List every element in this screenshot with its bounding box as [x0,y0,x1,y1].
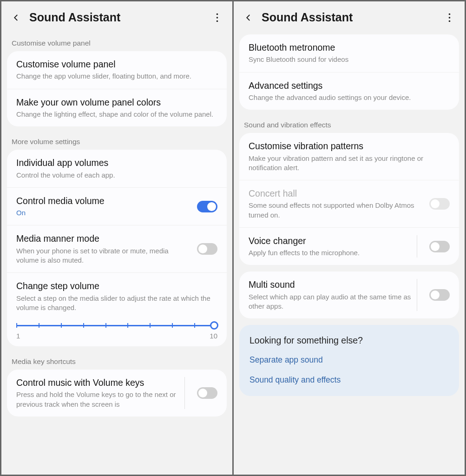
toggle-media-manner-mode[interactable] [197,243,217,255]
svg-point-2 [216,20,218,22]
row-advanced-settings[interactable]: Advanced settings Change the advanced au… [239,72,459,110]
row-title: Bluetooth metronome [249,42,450,53]
row-panel-colors[interactable]: Make your own volume panel colors Change… [7,89,227,127]
row-multi-sound[interactable]: Multi sound Select which app can play au… [239,271,459,318]
link-sound-quality-effects[interactable]: Sound quality and effects [249,375,449,385]
row-title: Change step volume [16,280,217,292]
row-title: Make your own volume panel colors [16,97,217,108]
row-voice-changer[interactable]: Voice changer Apply fun effects to the m… [239,227,459,265]
slider-min: 1 [16,332,20,340]
row-sub: Apply fun effects to the microphone. [249,248,412,258]
row-sub: Select which app can play audio at the s… [249,292,412,311]
svg-point-1 [216,17,218,19]
link-separate-app-sound[interactable]: Separate app sound [249,355,449,365]
card-sound-vibration: Customise vibration patterns Make your v… [239,133,459,265]
row-title: Individual app volumes [16,157,217,169]
row-sub: Press and hold the Volume keys to go to … [16,390,180,409]
row-bluetooth-metronome[interactable]: Bluetooth metronome Sync Bluetooth sound… [239,34,459,72]
svg-point-5 [448,20,450,22]
section-header-media-keys: Media key shortcuts [1,353,232,370]
more-icon[interactable] [211,12,223,24]
svg-point-0 [216,13,218,15]
row-sub: Make your vibration pattern and set it a… [249,154,450,173]
row-sub: Select a step on the media slider to adj… [16,294,217,313]
row-sub: Control the volume of each app. [16,171,217,180]
toggle-voice-changer[interactable] [429,241,450,252]
toggle-concert-hall [429,198,450,210]
row-sub: Change the advanced audio settings on yo… [249,93,450,102]
row-customise-panel[interactable]: Customise volume panel Change the app vo… [7,51,227,89]
row-change-step-volume[interactable]: Change step volume Select a step on the … [7,272,227,313]
card-customise: Customise volume panel Change the app vo… [7,51,227,126]
row-sub: Some sound effects not supported when Do… [249,201,425,220]
row-sub: Change the app volume slider, floating b… [16,72,217,81]
tip-title: Looking for something else? [249,335,449,346]
back-icon[interactable] [242,11,255,24]
section-header-sound-vibration: Sound and vibration effects [234,116,465,133]
card-more-volume: Individual app volumes Control the volum… [7,150,227,346]
row-customise-vibration[interactable]: Customise vibration patterns Make your v… [239,133,459,180]
row-title: Media manner mode [16,233,192,245]
card-media-keys: Control music with Volume keys Press and… [7,370,227,416]
page-title: Sound Assistant [262,11,443,24]
more-icon[interactable] [443,12,455,24]
tip-card: Looking for something else? Separate app… [239,325,459,396]
screen-left: Sound Assistant Customise volume panel C… [1,1,232,475]
row-title: Control media volume [16,195,192,207]
header: Sound Assistant [1,1,232,34]
svg-point-3 [448,13,450,15]
screen-right: Sound Assistant Bluetooth metronome Sync… [234,1,465,475]
step-volume-slider[interactable]: 1 10 [7,313,227,346]
row-sub: Change the lighting effect, shape and co… [16,110,217,119]
header: Sound Assistant [234,1,465,34]
svg-point-4 [448,17,450,19]
toggle-control-music-volume-keys[interactable] [197,387,217,399]
slider-max: 10 [210,332,217,340]
slider-thumb[interactable] [210,321,218,330]
row-title: Concert hall [249,188,425,199]
row-control-music-volume-keys[interactable]: Control music with Volume keys Press and… [7,370,227,416]
row-title: Voice changer [249,235,412,247]
section-header-more-volume: More volume settings [1,133,232,150]
row-title: Multi sound [249,279,412,291]
row-sub: When your phone is set to vibrate or mut… [16,246,192,265]
row-title: Control music with Volume keys [16,377,180,389]
row-control-media-volume[interactable]: Control media volume On [7,187,227,225]
row-media-manner-mode[interactable]: Media manner mode When your phone is set… [7,225,227,272]
card-top: Bluetooth metronome Sync Bluetooth sound… [239,34,459,110]
toggle-control-media-volume[interactable] [197,201,217,212]
toggle-multi-sound[interactable] [429,289,450,301]
row-title: Customise volume panel [16,59,217,70]
page-title: Sound Assistant [29,11,211,24]
row-sub: On [16,208,192,218]
row-individual-app-volumes[interactable]: Individual app volumes Control the volum… [7,150,227,187]
row-concert-hall: Concert hall Some sound effects not supp… [239,180,459,227]
row-title: Customise vibration patterns [249,140,450,152]
back-icon[interactable] [10,11,23,24]
row-sub: Sync Bluetooth sound for videos [249,55,450,64]
section-header-customise: Customise volume panel [1,34,232,51]
row-title: Advanced settings [249,80,450,92]
card-multi-sound: Multi sound Select which app can play au… [239,271,459,318]
